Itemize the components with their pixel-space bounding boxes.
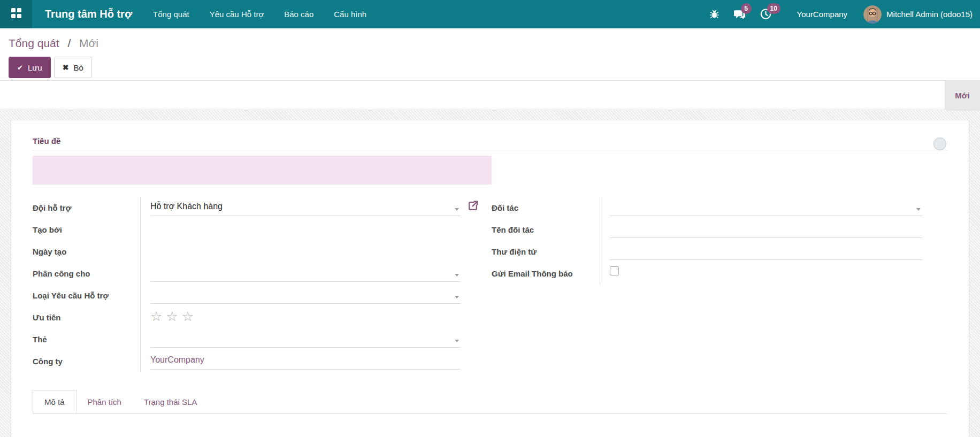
field-groups: Đội hỗ trợ Hỗ trợ Khách hàng — [33, 197, 947, 372]
kanban-state-icon[interactable] — [933, 137, 946, 150]
debug-bug-icon[interactable] — [702, 0, 726, 28]
chevron-down-icon — [916, 208, 921, 211]
breadcrumb-parent-link[interactable]: Tổng quát — [9, 37, 59, 49]
field-row-created-by: Tạo bởi — [33, 219, 461, 241]
title-separator — [33, 150, 947, 150]
field-row-priority: Ưu tiên ☆ ☆ ☆ — [33, 306, 461, 328]
chevron-down-icon — [455, 274, 459, 277]
tab-bar: Mô tả Phân tích Trạng thái SLA — [33, 390, 947, 414]
priority-star-3[interactable]: ☆ — [182, 310, 194, 323]
title-label: Tiêu đề — [33, 136, 60, 145]
tab-content — [33, 414, 947, 437]
messages-icon[interactable]: 5 — [726, 0, 753, 28]
menu-item-bao-cao[interactable]: Báo cáo — [274, 0, 324, 28]
tab-trang-thai-sla[interactable]: Trạng thái SLA — [133, 390, 209, 413]
form-view-background: Tiêu đề Đội hỗ trợ Hỗ trợ Khách hàng — [0, 110, 980, 437]
notebook: Mô tả Phân tích Trạng thái SLA — [33, 390, 947, 437]
email-notification-checkbox[interactable] — [610, 266, 619, 275]
field-row-partner: Đối tác — [492, 197, 922, 219]
menu-item-tong-quat[interactable]: Tổng quát — [143, 0, 200, 28]
field-thu-dien-tu[interactable] — [610, 241, 922, 260]
save-button[interactable]: ✔ Lưu — [9, 57, 51, 78]
label-ngay-tao: Ngày tạo — [33, 241, 141, 263]
control-buttons: ✔ Lưu ✖ Bỏ — [9, 57, 980, 78]
external-link-icon[interactable] — [467, 200, 479, 212]
label-gui-email-thong-bao: Gửi Email Thông báo — [492, 263, 600, 285]
priority-star-1[interactable]: ☆ — [150, 310, 162, 323]
breadcrumb-separator: / — [67, 37, 71, 49]
activities-clock-icon[interactable]: 10 — [753, 0, 779, 28]
field-row-email-notification: Gửi Email Thông báo — [492, 263, 922, 285]
discard-button[interactable]: ✖ Bỏ — [54, 57, 92, 78]
left-field-group: Đội hỗ trợ Hỗ trợ Khách hàng — [33, 197, 461, 372]
label-ten-doi-tac: Tên đối tác — [492, 219, 600, 241]
label-thu-dien-tu: Thư điện tử — [492, 241, 600, 263]
breadcrumb: Tổng quát / Mới — [9, 35, 980, 51]
label-uu-tien: Ưu tiên — [33, 306, 141, 328]
title-input[interactable] — [33, 156, 492, 185]
label-doi-tac: Đối tác — [492, 197, 600, 219]
stage-moi[interactable]: Mới — [945, 81, 980, 110]
apps-menu-button[interactable] — [0, 0, 32, 28]
field-loai-yeu-cau[interactable] — [150, 285, 461, 304]
field-row-partner-name: Tên đối tác — [492, 219, 922, 241]
tab-phan-tich[interactable]: Phân tích — [76, 390, 133, 413]
chevron-down-icon — [455, 296, 459, 298]
main-menu: Tổng quát Yêu cầu Hỗ trợ Báo cáo Cấu hìn… — [143, 0, 377, 28]
right-field-group: Đối tác Tên đối tác — [492, 197, 922, 372]
field-phan-cong-cho[interactable] — [150, 263, 461, 282]
chevron-down-icon — [455, 340, 459, 342]
field-the[interactable] — [150, 328, 461, 348]
label-cong-ty: Công ty — [33, 350, 141, 372]
company-switcher[interactable]: YourCompany — [786, 10, 859, 19]
user-name: Mitchell Admin (odoo15) — [886, 10, 973, 19]
label-the: Thẻ — [33, 328, 141, 350]
field-tao-boi — [150, 219, 461, 238]
field-uu-tien: ☆ ☆ ☆ — [150, 306, 461, 326]
field-ten-doi-tac[interactable] — [610, 219, 922, 238]
control-panel: Tổng quát / Mới ✔ Lưu ✖ Bỏ — [0, 28, 980, 80]
apps-grid-icon — [11, 7, 22, 21]
label-loai-yeu-cau: Loại Yêu cầu Hỗ trợ — [33, 285, 141, 306]
priority-star-2[interactable]: ☆ — [166, 310, 178, 323]
field-row-ticket-type: Loại Yêu cầu Hỗ trợ — [33, 285, 461, 306]
form-statusbar: Mới — [0, 80, 980, 110]
label-tao-boi: Tạo bởi — [33, 219, 141, 241]
top-navbar: Trung tâm Hỗ trợ Tổng quát Yêu cầu Hỗ tr… — [0, 0, 980, 28]
field-row-tags: Thẻ — [33, 328, 461, 350]
title-group: Tiêu đề — [33, 136, 947, 185]
field-row-assigned-to: Phân công cho — [33, 263, 461, 285]
field-doi-ho-tro[interactable]: Hỗ trợ Khách hàng — [150, 197, 461, 216]
breadcrumb-current: Mới — [79, 37, 98, 49]
form-sheet: Tiêu đề Đội hỗ trợ Hỗ trợ Khách hàng — [11, 120, 969, 437]
field-doi-tac[interactable] — [610, 197, 922, 216]
label-doi-ho-tro: Đội hỗ trợ — [33, 197, 141, 219]
field-cong-ty[interactable]: YourCompany — [150, 350, 461, 370]
check-icon: ✔ — [17, 64, 23, 72]
user-menu[interactable]: Mitchell Admin (odoo15) — [858, 5, 980, 24]
field-row-team: Đội hỗ trợ Hỗ trợ Khách hàng — [33, 197, 461, 219]
menu-item-cau-hinh[interactable]: Cấu hình — [324, 0, 377, 28]
field-ngay-tao — [150, 241, 461, 260]
activities-badge: 10 — [767, 3, 780, 14]
field-row-created-on: Ngày tạo — [33, 241, 461, 263]
menu-item-yeu-cau-ho-tro[interactable]: Yêu cầu Hỗ trợ — [200, 0, 274, 28]
save-button-label: Lưu — [28, 63, 42, 72]
chevron-down-icon — [455, 208, 459, 211]
systray: 5 10 YourCompany — [702, 0, 980, 28]
priority-stars: ☆ ☆ ☆ — [150, 310, 194, 323]
label-phan-cong-cho: Phân công cho — [33, 263, 141, 285]
discard-button-label: Bỏ — [73, 63, 83, 72]
field-row-email: Thư điện tử — [492, 241, 922, 263]
app-title[interactable]: Trung tâm Hỗ trợ — [45, 8, 132, 20]
x-icon: ✖ — [63, 63, 69, 72]
field-row-company: Công ty YourCompany — [33, 350, 461, 372]
messages-badge: 5 — [741, 3, 752, 14]
field-doi-ho-tro-value: Hỗ trợ Khách hàng — [150, 202, 223, 211]
user-avatar — [863, 5, 882, 24]
tab-mo-ta[interactable]: Mô tả — [33, 390, 76, 413]
